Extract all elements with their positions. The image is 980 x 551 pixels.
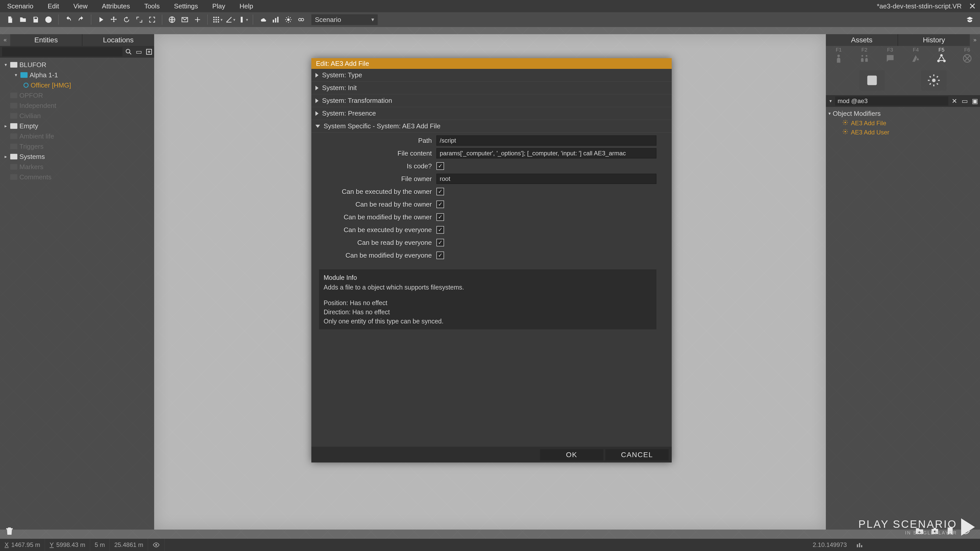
- vertical-dropdown-icon[interactable]: ▾: [237, 14, 248, 25]
- plus-icon[interactable]: [192, 14, 203, 25]
- weather-icon[interactable]: [257, 14, 269, 25]
- read-all-checkbox[interactable]: [436, 239, 444, 246]
- read-owner-checkbox[interactable]: [436, 200, 444, 208]
- tree-officer[interactable]: Officer [HMG]: [1, 80, 153, 90]
- fkey-f3[interactable]: F3: [877, 46, 903, 65]
- fkey-f1[interactable]: F1: [826, 46, 852, 65]
- left-panel-collapse-icon[interactable]: «: [0, 37, 10, 43]
- tree-ambient[interactable]: Ambient life: [1, 131, 153, 141]
- scenario-dropdown[interactable]: Scenario ▾: [311, 14, 378, 25]
- tab-entities[interactable]: Entities: [10, 34, 82, 46]
- fkey-f2[interactable]: F2: [852, 46, 877, 65]
- mail-icon[interactable]: [179, 14, 190, 25]
- undo-icon[interactable]: [63, 14, 74, 25]
- mode-settings-icon[interactable]: [921, 70, 947, 91]
- play-scenario-button[interactable]: PLAY SCENARIO IN SINGLEPLAYER: [858, 518, 975, 536]
- mod-clear-icon[interactable]: ✕: [950, 96, 959, 106]
- move-icon[interactable]: [108, 14, 119, 25]
- grid-dropdown-icon[interactable]: ▾: [212, 14, 223, 25]
- new-file-icon[interactable]: [5, 14, 16, 25]
- steam-icon[interactable]: [43, 14, 54, 25]
- mod-caret-icon[interactable]: ▾: [826, 98, 835, 104]
- status-eye[interactable]: [148, 539, 165, 551]
- sun-icon[interactable]: [283, 14, 294, 25]
- mod-collapse-icon[interactable]: ▭: [959, 96, 970, 106]
- tab-assets[interactable]: Assets: [826, 34, 897, 46]
- tab-locations[interactable]: Locations: [82, 34, 154, 46]
- angle-dropdown-icon[interactable]: ▾: [224, 14, 236, 25]
- menu-help[interactable]: Help: [232, 0, 260, 12]
- redo-icon[interactable]: [76, 14, 87, 25]
- obj-mod-add-user[interactable]: AE3 Add User: [829, 128, 977, 137]
- cancel-button[interactable]: CANCEL: [605, 449, 669, 460]
- svg-point-12: [861, 55, 863, 57]
- section-system-specific[interactable]: System Specific - System: AE3 Add File: [311, 120, 672, 133]
- fkey-f5[interactable]: F5: [929, 46, 955, 65]
- section-system-presence[interactable]: System: Presence: [311, 107, 672, 120]
- tree-alpha[interactable]: ▾Alpha 1-1: [1, 70, 153, 80]
- trash-icon[interactable]: [3, 525, 15, 537]
- collapse-icon[interactable]: ▭: [134, 47, 144, 57]
- tree-triggers[interactable]: Triggers: [1, 141, 153, 151]
- mod-all-checkbox[interactable]: [436, 251, 444, 259]
- menu-attributes[interactable]: Attributes: [95, 0, 137, 12]
- section-system-transformation[interactable]: System: Transformation: [311, 94, 672, 107]
- tree-opfor[interactable]: OPFOR: [1, 90, 153, 100]
- is-code-checkbox[interactable]: [436, 162, 444, 170]
- fkey-f6[interactable]: F6: [954, 46, 980, 65]
- bars-icon[interactable]: [270, 14, 281, 25]
- menu-play[interactable]: Play: [205, 0, 232, 12]
- menu-settings[interactable]: Settings: [167, 0, 205, 12]
- tree-independent[interactable]: Independent: [1, 100, 153, 111]
- tab-history[interactable]: History: [897, 34, 970, 46]
- path-input[interactable]: [436, 135, 656, 146]
- exec-owner-checkbox[interactable]: [436, 188, 444, 195]
- menu-scenario[interactable]: Scenario: [0, 0, 41, 12]
- mod-expand-icon[interactable]: ▣: [970, 96, 980, 106]
- menu-tools[interactable]: Tools: [137, 0, 167, 12]
- scale-icon[interactable]: [134, 14, 145, 25]
- rotate-icon[interactable]: [121, 14, 132, 25]
- tree-blufor[interactable]: ▾BLUFOR: [1, 60, 153, 70]
- menu-edit[interactable]: Edit: [41, 0, 66, 12]
- tree-empty[interactable]: ▸Empty: [1, 121, 153, 131]
- tree-civilian[interactable]: Civilian: [1, 111, 153, 121]
- globe-icon[interactable]: [166, 14, 178, 25]
- ok-button[interactable]: OK: [540, 449, 603, 460]
- file-owner-input[interactable]: [436, 174, 656, 184]
- bounds-icon[interactable]: [146, 14, 158, 25]
- mod-filter-input[interactable]: [835, 97, 948, 106]
- gear-icon: [842, 129, 848, 136]
- exec-all-checkbox[interactable]: [436, 226, 444, 233]
- tree-label: Comments: [19, 173, 52, 181]
- entity-search-input[interactable]: [2, 47, 123, 56]
- bottom-tools: [0, 524, 980, 539]
- section-system-init[interactable]: System: Init: [311, 82, 672, 94]
- close-icon[interactable]: ✕: [965, 1, 980, 11]
- scenario-dropdown-label: Scenario: [315, 16, 341, 24]
- obj-mod-add-file[interactable]: AE3 Add File: [829, 119, 977, 128]
- play-scenario-label: PLAY SCENARIO: [858, 518, 957, 530]
- search-icon[interactable]: [124, 47, 134, 57]
- right-panel-collapse-icon[interactable]: »: [970, 37, 980, 43]
- play-icon[interactable]: [95, 14, 107, 25]
- mode-module-icon[interactable]: [859, 70, 885, 91]
- svg-rect-25: [857, 545, 858, 548]
- expand-icon[interactable]: [144, 47, 154, 57]
- menu-view[interactable]: View: [66, 0, 95, 12]
- tree-markers[interactable]: Markers: [1, 162, 153, 172]
- tree-comments[interactable]: Comments: [1, 172, 153, 182]
- link-icon[interactable]: [296, 14, 307, 25]
- svg-point-0: [45, 17, 52, 23]
- tree-systems[interactable]: ▸Systems: [1, 151, 153, 162]
- file-content-input[interactable]: [436, 148, 656, 159]
- fkey-f4[interactable]: F4: [903, 46, 929, 65]
- section-system-type[interactable]: System: Type: [311, 69, 672, 82]
- object-modifiers-header[interactable]: ▾Object Modifiers: [829, 108, 977, 119]
- save-icon[interactable]: [30, 14, 41, 25]
- file-content-label: File content: [327, 149, 436, 157]
- status-perf-icon[interactable]: [851, 539, 868, 551]
- tutorial-icon[interactable]: [964, 14, 975, 25]
- open-folder-icon[interactable]: [18, 14, 29, 25]
- mod-owner-checkbox[interactable]: [436, 213, 444, 221]
